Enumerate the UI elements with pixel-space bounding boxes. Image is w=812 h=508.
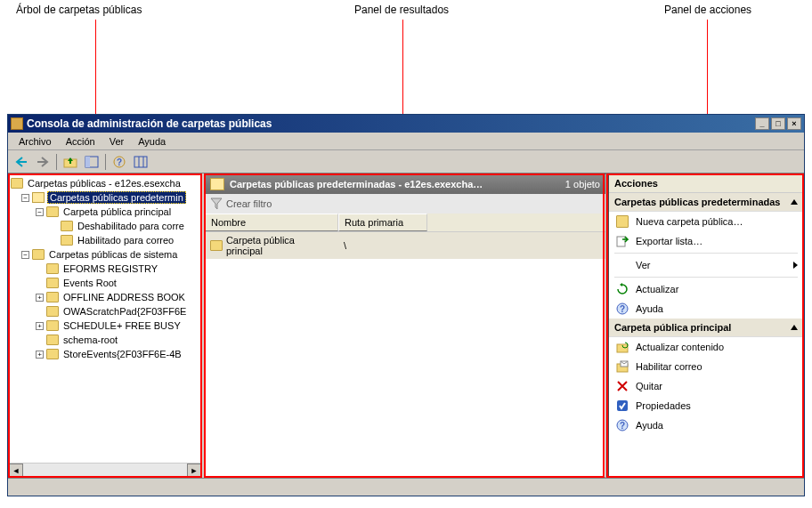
window-title: Consola de administración de carpetas pú… bbox=[27, 117, 272, 130]
action-help-1[interactable]: ? Ayuda bbox=[609, 299, 803, 319]
tree-schema-label: schema-root bbox=[61, 335, 119, 345]
actions-section-main[interactable]: Carpeta pública principal bbox=[609, 319, 803, 337]
folder-icon bbox=[46, 320, 59, 331]
action-properties[interactable]: Propiedades bbox=[609, 396, 803, 415]
action-help-2[interactable]: ? Ayuda bbox=[609, 415, 803, 435]
action-ver-label: Ver bbox=[636, 260, 651, 270]
toolbar: ? bbox=[8, 150, 804, 173]
tree-storeevents-label: StoreEvents{2F03FF6E-4B bbox=[61, 349, 183, 359]
menu-ver[interactable]: Ver bbox=[102, 134, 132, 149]
tree-oab[interactable]: + OFFLINE ADDRESS BOOK bbox=[11, 290, 199, 304]
actions-section1-label: Carpetas públicas predeterminadas bbox=[614, 197, 780, 207]
expand-icon[interactable]: + bbox=[36, 351, 44, 359]
action-update-content[interactable]: Actualizar contenido bbox=[609, 337, 803, 357]
action-export-label: Exportar lista… bbox=[636, 236, 702, 246]
menu-archivo[interactable]: Archivo bbox=[12, 134, 59, 149]
action-ver[interactable]: Ver bbox=[609, 255, 803, 275]
action-remove-label: Quitar bbox=[636, 381, 662, 391]
columns-icon bbox=[134, 156, 148, 168]
action-new-folder[interactable]: Nueva carpeta pública… bbox=[609, 212, 803, 231]
actions-title: Acciones bbox=[609, 174, 803, 193]
columns-button[interactable] bbox=[131, 152, 150, 172]
collapse-icon[interactable]: − bbox=[21, 251, 29, 259]
submenu-arrow-icon bbox=[793, 262, 798, 269]
refresh-icon bbox=[616, 283, 629, 295]
forward-button[interactable] bbox=[33, 152, 53, 172]
tree-eforms[interactable]: EFORMS REGISTRY bbox=[11, 262, 199, 276]
tree-storeevents[interactable]: + StoreEvents{2F03FF6E-4B bbox=[11, 347, 199, 361]
svg-text:?: ? bbox=[620, 421, 625, 431]
scroll-left-button[interactable]: ◄ bbox=[9, 464, 23, 477]
col-name[interactable]: Nombre bbox=[205, 214, 338, 231]
result-name: Carpeta pública principal bbox=[226, 235, 333, 256]
action-help2-label: Ayuda bbox=[636, 420, 663, 431]
expand-icon[interactable]: + bbox=[36, 294, 44, 302]
action-export-list[interactable]: Exportar lista… bbox=[609, 231, 803, 251]
menu-accion[interactable]: Acción bbox=[59, 134, 102, 149]
column-headers: Nombre Ruta primaria bbox=[205, 214, 605, 232]
up-folder-icon bbox=[63, 156, 77, 168]
app-icon bbox=[11, 117, 23, 130]
minimize-button[interactable]: _ bbox=[755, 117, 769, 130]
action-refresh[interactable]: Actualizar bbox=[609, 279, 803, 299]
action-refresh-label: Actualizar bbox=[636, 284, 678, 294]
callout-tree-line bbox=[95, 20, 96, 116]
forward-arrow-icon bbox=[37, 157, 49, 167]
scroll-right-button[interactable]: ► bbox=[187, 464, 201, 477]
tree-system-folders[interactable]: − Carpetas públicas de sistema bbox=[11, 247, 199, 262]
action-new-folder-label: Nueva carpeta pública… bbox=[636, 216, 743, 227]
help-button[interactable]: ? bbox=[110, 152, 129, 172]
tree-scrollbar[interactable]: ◄ ► bbox=[9, 463, 201, 477]
tree-events-root[interactable]: Events Root bbox=[11, 276, 199, 290]
svg-text:?: ? bbox=[620, 304, 625, 314]
new-folder-icon bbox=[616, 215, 629, 228]
tree-schedule-label: SCHEDULE+ FREE BUSY bbox=[61, 320, 183, 331]
result-row[interactable]: Carpeta pública principal \ bbox=[205, 232, 605, 259]
show-hide-tree-button[interactable] bbox=[82, 152, 102, 172]
action-update-content-label: Actualizar contenido bbox=[636, 342, 724, 352]
collapse-arrow-icon bbox=[791, 199, 798, 205]
action-enable-mail[interactable]: Habilitar correo bbox=[609, 357, 803, 376]
main-window: Consola de administración de carpetas pú… bbox=[7, 114, 805, 496]
tree-default-folders[interactable]: − Carpetas públicas predetermin bbox=[11, 190, 199, 205]
folder-icon bbox=[61, 235, 73, 246]
actions-section-default[interactable]: Carpetas públicas predeterminadas bbox=[609, 193, 803, 212]
result-path: \ bbox=[344, 240, 346, 251]
back-button[interactable] bbox=[12, 152, 31, 172]
help-icon: ? bbox=[616, 419, 629, 431]
folder-icon bbox=[32, 249, 45, 260]
tree-main-folder-label: Carpeta pública principal bbox=[61, 206, 173, 217]
tree-mail-enabled[interactable]: Habilitado para correo bbox=[11, 233, 199, 247]
tree-schema[interactable]: schema-root bbox=[11, 333, 199, 347]
toolbar-separator-2 bbox=[105, 154, 106, 170]
collapse-icon[interactable]: − bbox=[36, 208, 44, 216]
up-folder-button[interactable] bbox=[61, 152, 80, 172]
help-icon: ? bbox=[113, 156, 126, 168]
collapse-icon[interactable]: − bbox=[21, 194, 29, 202]
callout-actions-line bbox=[707, 20, 708, 116]
close-button[interactable]: × bbox=[787, 117, 801, 130]
svg-rect-2 bbox=[85, 157, 90, 167]
tree-default-folders-label: Carpetas públicas predetermin bbox=[47, 191, 186, 204]
folder-icon bbox=[46, 349, 59, 359]
filter-row[interactable]: Crear filtro bbox=[205, 194, 605, 214]
tree-mail-disabled[interactable]: Deshabilitado para corre bbox=[11, 219, 199, 233]
col-path[interactable]: Ruta primaria bbox=[338, 214, 427, 231]
expand-icon[interactable]: + bbox=[36, 322, 44, 330]
folder-icon bbox=[11, 178, 23, 189]
actions-panel: Acciones Carpetas públicas predeterminad… bbox=[608, 173, 804, 478]
action-remove[interactable]: Quitar bbox=[609, 376, 803, 396]
tree-mail-disabled-label: Deshabilitado para corre bbox=[76, 221, 186, 231]
maximize-button[interactable]: □ bbox=[771, 117, 785, 130]
callout-results-line bbox=[402, 20, 403, 116]
menu-ayuda[interactable]: Ayuda bbox=[131, 134, 173, 149]
folder-icon bbox=[210, 240, 223, 251]
folder-icon bbox=[46, 292, 59, 302]
tree-schedule[interactable]: + SCHEDULE+ FREE BUSY bbox=[11, 319, 199, 333]
tree-root[interactable]: Carpetas públicas - e12es.esexcha bbox=[11, 176, 199, 190]
tree-mail-enabled-label: Habilitado para correo bbox=[76, 235, 175, 246]
properties-icon bbox=[616, 399, 629, 412]
tree-main-folder[interactable]: − Carpeta pública principal bbox=[11, 205, 199, 219]
folder-icon bbox=[46, 206, 59, 217]
tree-owascratch[interactable]: OWAScratchPad{2F03FF6E bbox=[11, 304, 199, 319]
